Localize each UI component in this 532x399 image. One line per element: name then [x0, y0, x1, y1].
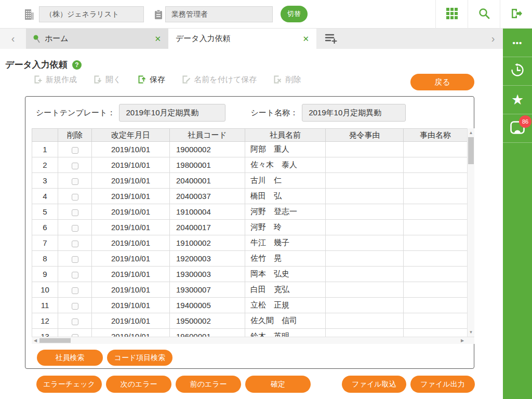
cell-reason[interactable] [326, 235, 404, 251]
vertical-scrollbar[interactable]: ▲ ▼ [467, 128, 474, 337]
delete-checkbox[interactable] [72, 225, 78, 232]
cell-reason-name[interactable] [404, 157, 468, 173]
favorites-button[interactable]: ★ [503, 86, 532, 114]
cell-employee-name[interactable]: 河野 登志一 [245, 204, 326, 220]
cell-revision-date[interactable]: 2019/10/01 [92, 235, 170, 251]
cell-reason-name[interactable] [404, 313, 468, 329]
scroll-down-icon[interactable]: ▼ [468, 330, 474, 335]
cell-revision-date[interactable]: 2019/10/01 [92, 251, 170, 267]
cell-reason[interactable] [326, 220, 404, 235]
sheet-name-input[interactable]: 2019年10月定期異動 [302, 104, 406, 122]
file-export-button[interactable]: ファイル出力 [410, 376, 475, 393]
cell-revision-date[interactable]: 2019/10/01 [92, 157, 170, 173]
horizontal-scroll-thumb[interactable] [39, 338, 71, 343]
cell-employee-code[interactable]: 19200003 [170, 251, 245, 267]
save-as-button[interactable]: 名前を付けて保存 [181, 74, 257, 85]
logout-button[interactable] [500, 0, 532, 29]
switch-button[interactable]: 切替 [281, 6, 308, 22]
error-check-button[interactable]: エラーチェック [36, 376, 102, 393]
code-item-search-button[interactable]: コード項目検索 [107, 350, 172, 366]
cell-employee-code[interactable]: 19400005 [170, 298, 245, 313]
file-import-button[interactable]: ファイル取込 [342, 376, 406, 393]
scroll-left-icon[interactable]: ◀ [34, 337, 37, 344]
role-input[interactable]: 業務管理者 [165, 6, 273, 22]
tab-home-close-icon[interactable]: ✕ [154, 34, 161, 44]
cell-reason-name[interactable] [404, 267, 468, 282]
next-error-button[interactable]: 次のエラー [106, 376, 171, 393]
cell-reason-name[interactable] [404, 204, 468, 220]
cell-employee-code[interactable]: 19300003 [170, 267, 245, 282]
cell-reason-name[interactable] [404, 142, 468, 157]
cell-reason[interactable] [326, 204, 404, 220]
delete-checkbox[interactable] [72, 241, 78, 247]
cell-employee-name[interactable]: 白田 克弘 [245, 282, 326, 298]
search-button[interactable] [468, 0, 500, 29]
save-button[interactable]: 保存 [137, 74, 165, 85]
horizontal-scrollbar[interactable]: ◀ ▶ [32, 337, 474, 344]
cell-reason-name[interactable] [404, 298, 468, 313]
cell-reason[interactable] [326, 173, 404, 189]
cell-reason-name[interactable] [404, 235, 468, 251]
notifications-button[interactable]: 86 [503, 114, 532, 143]
cell-revision-date[interactable]: 2019/10/01 [92, 220, 170, 235]
delete-checkbox[interactable] [72, 287, 78, 294]
cell-employee-name[interactable]: 立松 正規 [245, 298, 326, 313]
cell-employee-name[interactable]: 佐久間 信司 [245, 313, 326, 329]
cell-reason-name[interactable] [404, 282, 468, 298]
cell-reason-name[interactable] [404, 173, 468, 189]
cell-employee-name[interactable]: 阿部 重人 [245, 142, 326, 157]
cell-revision-date[interactable]: 2019/10/01 [92, 204, 170, 220]
cell-reason-name[interactable] [404, 189, 468, 204]
cell-employee-name[interactable]: 牛江 幾子 [245, 235, 326, 251]
cell-employee-code[interactable]: 20400017 [170, 220, 245, 235]
delete-checkbox[interactable] [72, 147, 78, 154]
cell-employee-name[interactable]: 佐々木 泰人 [245, 157, 326, 173]
cell-reason[interactable] [326, 142, 404, 157]
cell-employee-name[interactable]: 岡本 弘史 [245, 267, 326, 282]
delete-checkbox[interactable] [72, 163, 78, 169]
delete-checkbox[interactable] [72, 256, 78, 263]
vertical-scroll-thumb[interactable] [468, 137, 474, 164]
cell-revision-date[interactable]: 2019/10/01 [92, 298, 170, 313]
apps-grid-button[interactable] [435, 0, 468, 29]
cell-reason[interactable] [326, 329, 404, 337]
cell-employee-name[interactable]: 橋田 弘 [245, 189, 326, 204]
cell-employee-code[interactable]: 19600001 [170, 329, 245, 337]
cell-reason-name[interactable] [404, 329, 468, 337]
delete-button[interactable]: 削除 [272, 74, 301, 85]
employee-search-button[interactable]: 社員検索 [37, 350, 103, 366]
more-menu-button[interactable]: ••• [503, 29, 532, 57]
scroll-up-icon[interactable]: ▲ [468, 130, 474, 135]
cell-reason[interactable] [326, 313, 404, 329]
tab-data-entry-close-icon[interactable]: ✕ [302, 34, 309, 44]
tab-scroll-right-button[interactable]: › [483, 29, 503, 49]
delete-checkbox[interactable] [72, 318, 78, 325]
cell-employee-name[interactable]: 鈴木 英明 [245, 329, 326, 337]
cell-employee-code[interactable]: 19000002 [170, 142, 245, 157]
cell-reason[interactable] [326, 251, 404, 267]
delete-checkbox[interactable] [72, 272, 78, 278]
back-button[interactable]: 戻る [410, 74, 474, 90]
delete-checkbox[interactable] [72, 194, 78, 201]
delete-checkbox[interactable] [72, 303, 78, 310]
cell-employee-name[interactable]: 河野 玲 [245, 220, 326, 235]
cell-employee-code[interactable]: 19100002 [170, 235, 245, 251]
cell-revision-date[interactable]: 2019/10/01 [92, 313, 170, 329]
cell-revision-date[interactable]: 2019/10/01 [92, 267, 170, 282]
cell-employee-name[interactable]: 古川 仁 [245, 173, 326, 189]
cell-employee-code[interactable]: 20400037 [170, 189, 245, 204]
cell-reason[interactable] [326, 282, 404, 298]
cell-employee-code[interactable]: 19800001 [170, 157, 245, 173]
cell-employee-code[interactable]: 19100004 [170, 204, 245, 220]
cell-revision-date[interactable]: 2019/10/01 [92, 282, 170, 298]
add-tab-button[interactable] [316, 29, 345, 49]
cell-employee-code[interactable]: 19300007 [170, 282, 245, 298]
cell-reason[interactable] [326, 157, 404, 173]
cell-employee-name[interactable]: 佐竹 晃 [245, 251, 326, 267]
tab-home[interactable]: ホーム ✕ [26, 29, 168, 49]
scroll-right-icon[interactable]: ▶ [461, 337, 464, 344]
cell-revision-date[interactable]: 2019/10/01 [92, 329, 170, 337]
cell-revision-date[interactable]: 2019/10/01 [92, 189, 170, 204]
new-button[interactable]: 新規作成 [33, 74, 77, 85]
help-icon[interactable]: ? [72, 60, 82, 70]
